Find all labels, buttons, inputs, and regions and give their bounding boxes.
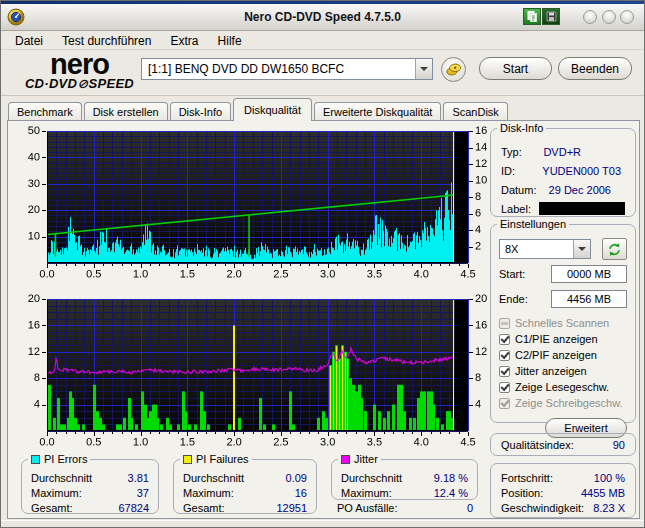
disk-label-box bbox=[539, 202, 625, 215]
quality-index-box: Qualitätsindex:90 bbox=[490, 433, 636, 456]
titlebar: Nero CD-DVD Speed 4.7.5.0 bbox=[1, 1, 644, 31]
speed-select-dropdown-button[interactable] bbox=[573, 240, 590, 258]
po-failures-row: PO Ausfälle: 0 bbox=[335, 502, 475, 514]
minimize-button[interactable] bbox=[583, 10, 597, 24]
jitter-max-value: 12.4 % bbox=[434, 487, 468, 499]
speed-select[interactable]: 8X bbox=[499, 239, 591, 259]
pi-failures-stats-group: PI Failures Durchschnitt0.09 Maximum:16 … bbox=[173, 459, 317, 514]
pi-errors-stats-group: PI Errors Durchschnitt3.81 Maximum:37 Ge… bbox=[21, 459, 159, 514]
pi-failures-jitter-chart bbox=[13, 291, 489, 449]
tab-erweiterte-diskqualitaet[interactable]: Erweiterte Diskqualität bbox=[314, 102, 441, 121]
disk-typ-label: Typ: bbox=[501, 146, 522, 158]
scan-start-input[interactable] bbox=[551, 265, 627, 283]
pif-total-label: Gesamt: bbox=[183, 502, 225, 514]
jitter-stats-group: Jitter Durchschnitt9.18 % Maximum:12.4 % bbox=[331, 459, 478, 500]
tab-strip: Benchmark Disk erstellen Disk-Info Diskq… bbox=[8, 98, 508, 121]
po-failures-value: 0 bbox=[467, 502, 473, 514]
checkbox-box bbox=[499, 382, 510, 393]
chevron-down-icon bbox=[420, 67, 428, 71]
pie-max-value: 37 bbox=[137, 487, 149, 499]
tab-scandisk[interactable]: ScanDisk bbox=[443, 102, 507, 121]
drive-select-dropdown-button[interactable] bbox=[415, 59, 432, 79]
pif-avg-label: Durchschnitt bbox=[183, 472, 244, 484]
disk-typ-value: DVD+R bbox=[543, 146, 581, 158]
checkbox-c1-pie-anzeigen[interactable]: C1/PIE anzeigen bbox=[499, 331, 627, 347]
menu-hilfe[interactable]: Hilfe bbox=[210, 32, 250, 50]
pi-failures-title: PI Failures bbox=[196, 453, 249, 465]
menu-datei[interactable]: Datei bbox=[7, 32, 51, 50]
jitter-avg-label: Durchschnitt bbox=[341, 472, 402, 484]
pi-errors-swatch bbox=[31, 455, 40, 464]
checkbox-box bbox=[499, 334, 510, 345]
pie-avg-label: Durchschnitt bbox=[31, 472, 92, 484]
pie-total-value: 67824 bbox=[118, 502, 149, 514]
pie-avg-value: 3.81 bbox=[128, 472, 149, 484]
jitter-swatch bbox=[341, 455, 350, 464]
progress-value: 100 % bbox=[594, 472, 625, 484]
copy-icon[interactable] bbox=[523, 8, 541, 25]
speed-value: 8.23 X bbox=[593, 502, 625, 514]
drive-select[interactable]: [1:1] BENQ DVD DD DW1650 BCFC bbox=[141, 58, 433, 80]
header: nero CD·DVD⊘SPEED [1:1] BENQ DVD DD DW16… bbox=[1, 50, 644, 96]
tab-disk-info[interactable]: Disk-Info bbox=[170, 102, 231, 121]
disk-info-group: Disk-Info Typ:DVD+R ID:YUDEN000 T03 Datu… bbox=[490, 128, 636, 217]
disk-info-group-title: Disk-Info bbox=[497, 122, 546, 134]
tab-benchmark[interactable]: Benchmark bbox=[8, 102, 82, 121]
checkbox-schnelles-scannen[interactable]: Schnelles Scannen bbox=[499, 315, 627, 331]
position-value: 4455 MB bbox=[581, 487, 625, 499]
checkbox-zeige-schreibgeschw[interactable]: Zeige Schreibgeschw. bbox=[499, 395, 627, 411]
progress-box: Fortschritt:100 % Position:4455 MB Gesch… bbox=[490, 463, 636, 518]
scan-end-input[interactable] bbox=[551, 290, 627, 308]
speed-label: Geschwindigkeit: bbox=[501, 502, 584, 514]
nero-logo: nero CD·DVD⊘SPEED bbox=[17, 52, 142, 91]
checkbox-box bbox=[499, 398, 510, 409]
pie-total-label: Gesamt: bbox=[31, 502, 73, 514]
disk-label-label: Label: bbox=[501, 203, 531, 215]
checkbox-box bbox=[499, 350, 510, 361]
jitter-max-label: Maximum: bbox=[341, 487, 392, 499]
tab-diskqualitaet[interactable]: Diskqualität bbox=[233, 98, 312, 121]
speed-select-value: 8X bbox=[500, 240, 573, 258]
quality-index-label: Qualitätsindex: bbox=[501, 439, 574, 451]
settings-group: Einstellungen 8X Start: Ende: bbox=[490, 224, 636, 423]
app-window: Nero CD-DVD Speed 4.7.5.0 Datei Test dur… bbox=[0, 0, 645, 528]
menu-extra[interactable]: Extra bbox=[163, 32, 207, 50]
maximize-button[interactable] bbox=[602, 10, 616, 24]
checkbox-zeige-lesegeschw[interactable]: Zeige Lesegeschw. bbox=[499, 379, 627, 395]
pi-errors-chart bbox=[13, 123, 489, 281]
jitter-avg-value: 9.18 % bbox=[434, 472, 468, 484]
jitter-title: Jitter bbox=[354, 453, 378, 465]
nero-logo-wordmark: nero bbox=[17, 52, 142, 76]
refresh-button[interactable] bbox=[602, 238, 627, 260]
checkbox-c2-pif-anzeigen[interactable]: C2/PIF anzeigen bbox=[499, 347, 627, 363]
statusbar bbox=[1, 520, 644, 528]
cd-dvd-speed-wordmark: CD·DVD⊘SPEED bbox=[17, 76, 142, 91]
pi-errors-title: PI Errors bbox=[44, 453, 87, 465]
disk-id-value: YUDEN000 T03 bbox=[542, 165, 621, 177]
settings-group-title: Einstellungen bbox=[497, 218, 569, 230]
pif-total-value: 12951 bbox=[276, 502, 307, 514]
eject-disc-button[interactable] bbox=[441, 57, 466, 82]
pie-max-label: Maximum: bbox=[31, 487, 82, 499]
quit-button[interactable]: Beenden bbox=[558, 57, 632, 80]
drive-select-value: [1:1] BENQ DVD DD DW1650 BCFC bbox=[142, 59, 415, 79]
scan-start-label: Start: bbox=[499, 268, 525, 280]
chevron-down-icon bbox=[578, 247, 586, 251]
disc-slash-icon: ⊘ bbox=[77, 76, 88, 91]
checkbox-box bbox=[499, 318, 510, 329]
save-icon[interactable] bbox=[542, 8, 560, 25]
close-button[interactable] bbox=[620, 10, 634, 24]
eject-disc-icon bbox=[445, 61, 462, 78]
pif-max-value: 16 bbox=[295, 487, 307, 499]
quality-index-value: 90 bbox=[613, 439, 625, 451]
pif-max-label: Maximum: bbox=[183, 487, 234, 499]
position-label: Position: bbox=[501, 487, 543, 499]
disk-id-label: ID: bbox=[501, 165, 515, 177]
disk-datum-label: Datum: bbox=[501, 184, 536, 196]
tab-disk-erstellen[interactable]: Disk erstellen bbox=[84, 102, 168, 121]
checkbox-jitter-anzeigen[interactable]: Jitter anzeigen bbox=[499, 363, 627, 379]
disk-datum-value: 29 Dec 2006 bbox=[549, 184, 611, 196]
refresh-icon bbox=[607, 242, 622, 257]
start-button[interactable]: Start bbox=[479, 57, 552, 80]
pif-avg-value: 0.09 bbox=[286, 472, 307, 484]
